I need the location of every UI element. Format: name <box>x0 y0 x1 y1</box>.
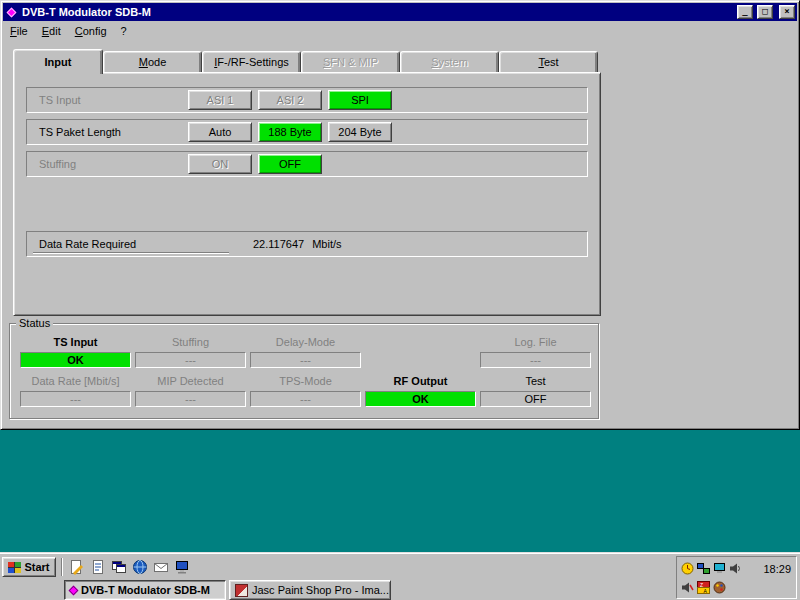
tab-test[interactable]: Test <box>499 51 598 72</box>
status-tps-mode-value: --- <box>250 391 361 407</box>
app-icon <box>5 6 18 19</box>
ts-paket-length-label: TS Paket Length <box>39 126 188 138</box>
tab-input[interactable]: Input <box>13 49 103 74</box>
task-button-dvbt-modulator[interactable]: DVB-T Modulator SDB-M <box>64 580 226 600</box>
status-grid: TS Input OK Stuffing --- Delay-Mode --- … <box>10 324 598 407</box>
mute-icon[interactable] <box>680 581 694 595</box>
tab-mode[interactable]: Mode <box>103 51 202 72</box>
status-mip-detected-value: --- <box>135 391 246 407</box>
scheduler-icon[interactable] <box>680 562 694 576</box>
status-cell-delay-mode: Delay-Mode --- <box>250 336 361 368</box>
stuffing-off-button[interactable]: OFF <box>258 154 322 174</box>
tray-top-row: 18:29 <box>680 559 793 578</box>
menu-edit[interactable]: Edit <box>35 23 68 39</box>
display-icon[interactable] <box>712 562 726 576</box>
spi-button[interactable]: SPI <box>328 90 392 110</box>
volume-icon[interactable] <box>728 562 742 576</box>
tray-bottom-row: ZA <box>680 578 793 597</box>
window-title: DVB-T Modulator SDB-M <box>22 6 733 18</box>
ts-input-row: TS Input ASI 1 ASI 2 SPI <box>26 87 588 113</box>
status-data-rate-label: Data Rate [Mbit/s] <box>20 375 131 388</box>
status-tps-mode-label: TPS-Mode <box>250 375 361 388</box>
stuffing-label: Stuffing <box>39 158 188 170</box>
status-cell-ts-input: TS Input OK <box>20 336 131 368</box>
taskbar: Start DVB-T Modulator SDB-M Jasc Paint <box>0 552 800 600</box>
ts-input-label: TS Input <box>39 94 188 106</box>
menu-bar: File Edit Config ? <box>3 21 797 40</box>
status-ts-input-label: TS Input <box>20 336 131 349</box>
status-cell-test: Test OFF <box>480 375 591 407</box>
svg-text:Z: Z <box>700 582 703 588</box>
status-cell-tps-mode: TPS-Mode --- <box>250 375 361 407</box>
204-byte-button[interactable]: 204 Byte <box>328 122 392 142</box>
task-button-label: Jasc Paint Shop Pro - Ima... <box>252 584 389 596</box>
tab-system: System <box>400 51 499 72</box>
status-rf-output-label: RF Output <box>365 375 476 388</box>
status-cell-data-rate: Data Rate [Mbit/s] --- <box>20 375 131 407</box>
titlebar[interactable]: DVB-T Modulator SDB-M _ □ × <box>3 3 797 21</box>
data-rate-row: Data Rate Required 22.117647 Mbit/s <box>26 231 588 257</box>
paintshoppro-icon <box>235 584 248 597</box>
monitor-icon[interactable] <box>173 558 191 576</box>
auto-button[interactable]: Auto <box>188 122 252 142</box>
app-icon <box>69 585 79 595</box>
status-stuffing-value: --- <box>135 352 246 368</box>
minimize-button[interactable]: _ <box>737 5 753 19</box>
windows-icon[interactable] <box>110 558 128 576</box>
status-data-rate-value: --- <box>20 391 131 407</box>
data-rate-label: Data Rate Required <box>39 238 253 250</box>
tab-strip: Input Mode IF-/RF-Settings SFN & MIP Sys… <box>13 47 797 72</box>
asi1-button: ASI 1 <box>188 90 252 110</box>
tab-sfn-mip: SFN & MIP <box>301 51 400 72</box>
globe-icon[interactable] <box>131 558 149 576</box>
status-log-file-label: Log. File <box>480 336 591 349</box>
pencil-icon[interactable] <box>68 558 86 576</box>
menu-config[interactable]: Config <box>68 23 114 39</box>
menu-file[interactable]: File <box>3 23 35 39</box>
status-cell-mip-detected: MIP Detected --- <box>135 375 246 407</box>
stuffing-row: Stuffing ON OFF <box>26 151 588 177</box>
status-cell-stuffing: Stuffing --- <box>135 336 246 368</box>
188-byte-button[interactable]: 188 Byte <box>258 122 322 142</box>
taskbar-divider <box>61 558 63 576</box>
status-group: Status TS Input OK Stuffing --- Delay-Mo… <box>9 323 599 419</box>
status-log-file-value: --- <box>480 352 591 368</box>
status-test-value: OFF <box>480 391 591 407</box>
network-icon[interactable] <box>696 562 710 576</box>
task-button-label: DVB-T Modulator SDB-M <box>81 584 210 596</box>
stuffing-on-button: ON <box>188 154 252 174</box>
input-tab-panel: TS Input ASI 1 ASI 2 SPI TS Paket Length… <box>13 72 601 316</box>
status-group-title: Status <box>16 317 53 329</box>
close-button[interactable]: × <box>779 5 795 19</box>
system-tray: 18:29 ZA <box>676 556 797 599</box>
status-cell-log-file: Log. File --- <box>480 336 591 368</box>
windows-logo-icon <box>8 562 21 573</box>
tab-if-rf-settings[interactable]: IF-/RF-Settings <box>202 51 301 72</box>
status-stuffing-label: Stuffing <box>135 336 246 349</box>
status-delay-mode-value: --- <box>250 352 361 368</box>
status-test-label: Test <box>480 375 591 388</box>
ts-paket-length-row: TS Paket Length Auto 188 Byte 204 Byte <box>26 119 588 145</box>
start-button[interactable]: Start <box>2 557 56 577</box>
status-mip-detected-label: MIP Detected <box>135 375 246 388</box>
app-window: DVB-T Modulator SDB-M _ □ × File Edit Co… <box>0 0 800 430</box>
status-cell-rf-output: RF Output OK <box>365 375 476 407</box>
data-rate-unit: Mbit/s <box>312 238 341 250</box>
document-icon[interactable] <box>89 558 107 576</box>
taskbar-clock[interactable]: 18:29 <box>763 563 793 575</box>
menu-help[interactable]: ? <box>114 23 134 39</box>
status-delay-mode-label: Delay-Mode <box>250 336 361 349</box>
mail-icon[interactable] <box>152 558 170 576</box>
zonealarm-icon[interactable]: ZA <box>696 581 710 595</box>
task-button-paint-shop-pro[interactable]: Jasc Paint Shop Pro - Ima... <box>229 580 391 600</box>
status-ts-input-value: OK <box>20 352 131 368</box>
graphics-icon[interactable] <box>712 581 726 595</box>
start-button-label: Start <box>24 561 49 573</box>
asi2-button: ASI 2 <box>258 90 322 110</box>
maximize-button[interactable]: □ <box>757 5 773 19</box>
status-rf-output-value: OK <box>365 391 476 407</box>
data-rate-underline <box>33 252 229 254</box>
data-rate-value: 22.117647 <box>253 238 304 250</box>
